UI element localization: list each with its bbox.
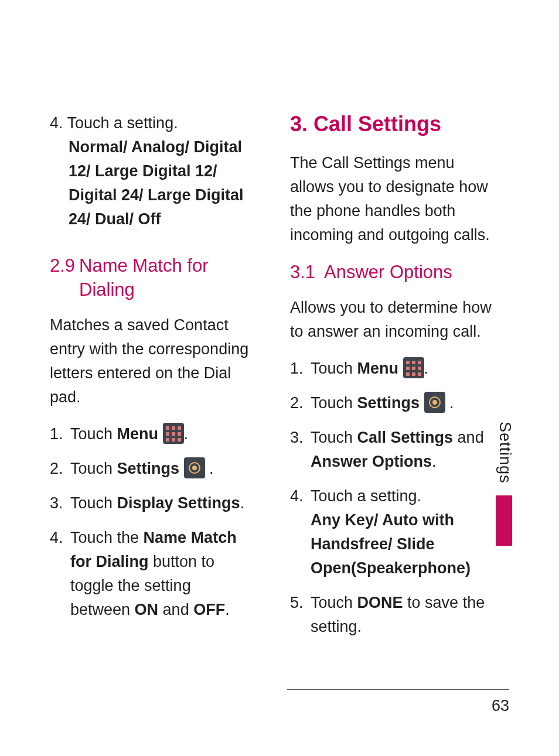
step4-line1: Touch a setting.	[67, 114, 178, 132]
text: Touch	[70, 460, 117, 477]
answer-options-label: Answer Options	[311, 453, 432, 470]
two-column-layout: 4. Touch a setting. Normal/ Analog/ Digi…	[50, 111, 509, 649]
text: Touch	[70, 425, 117, 443]
text: Touch	[311, 594, 357, 611]
period: .	[184, 425, 189, 443]
done-label: DONE	[357, 594, 403, 611]
footer-rule	[287, 689, 509, 690]
left-column: 4. Touch a setting. Normal/ Analog/ Digi…	[50, 111, 255, 649]
heading-number: 2.9	[50, 254, 79, 278]
heading-number: 3.1	[290, 260, 324, 284]
text: and	[158, 601, 193, 618]
manual-page: 4. Touch a setting. Normal/ Analog/ Digi…	[0, 0, 559, 756]
on-label: ON	[135, 601, 159, 618]
page-number: 63	[287, 697, 509, 715]
step-3: Touch Display Settings.	[50, 491, 255, 515]
step-5: Touch DONE to save the setting.	[290, 591, 495, 639]
menu-label: Menu	[357, 360, 399, 377]
period: .	[205, 460, 214, 477]
step4-options: Any Key/ Auto with Handsfree/ Slide Open…	[311, 511, 471, 577]
text: Touch	[311, 429, 357, 446]
section-3-1-description: Allows you to determine how to answer an…	[290, 296, 495, 344]
steps-list-right: Touch Menu . Touch Settings . Touch Call…	[290, 357, 495, 639]
section-heading-3: 3. Call Settings	[290, 111, 495, 137]
text: Touch	[70, 494, 117, 512]
period: .	[225, 601, 230, 618]
section-description: Matches a saved Contact entry with the c…	[50, 313, 255, 409]
call-settings-label: Call Settings	[357, 429, 454, 446]
side-tab-bar	[496, 495, 512, 546]
section-3-intro: The Call Settings menu allows you to des…	[290, 151, 495, 247]
section-heading-3-1: 3.1Answer Options	[290, 260, 495, 284]
period: .	[445, 394, 454, 412]
text: Touch the	[70, 529, 144, 546]
side-tab: Settings	[496, 422, 517, 550]
step-1: Touch Menu .	[50, 422, 255, 446]
settings-label: Settings	[357, 394, 420, 412]
display-settings-label: Display Settings	[117, 494, 240, 512]
continued-step-4: 4. Touch a setting. Normal/ Analog/ Digi…	[50, 111, 255, 231]
steps-list: Touch Menu . Touch Settings . Touch Disp…	[50, 422, 255, 622]
menu-icon	[403, 357, 424, 378]
section-heading-2-9: 2.9Name Match for Dialing	[50, 254, 255, 302]
step4-options: Normal/ Analog/ Digital 12/ Large Digita…	[50, 135, 255, 231]
heading-text: Answer Options	[324, 260, 488, 284]
heading-text: Name Match for Dialing	[79, 254, 249, 302]
period: .	[240, 494, 245, 512]
step-number: 4.	[50, 114, 67, 132]
step-2: Touch Settings .	[290, 391, 495, 415]
step-3: Touch Call Settings and Answer Options.	[290, 426, 495, 474]
settings-icon	[184, 457, 205, 478]
settings-icon	[424, 392, 445, 413]
off-label: OFF	[193, 601, 225, 618]
step-1: Touch Menu .	[290, 357, 495, 381]
side-tab-label: Settings	[496, 422, 514, 495]
right-column: 3. Call Settings The Call Settings menu …	[290, 111, 495, 649]
menu-icon	[163, 423, 184, 444]
period: .	[432, 453, 437, 470]
step-4: Touch the Name Match for Dialing button …	[50, 526, 255, 622]
step-4: Touch a setting. Any Key/ Auto with Hand…	[290, 484, 495, 580]
menu-label: Menu	[117, 425, 159, 443]
text: Touch	[311, 394, 357, 412]
text: Touch a setting.	[311, 487, 421, 505]
text: and	[453, 429, 484, 446]
period: .	[424, 360, 429, 377]
text: Touch	[311, 360, 357, 377]
step-2: Touch Settings .	[50, 457, 255, 481]
page-footer: 63	[287, 689, 509, 715]
settings-label: Settings	[117, 460, 180, 477]
